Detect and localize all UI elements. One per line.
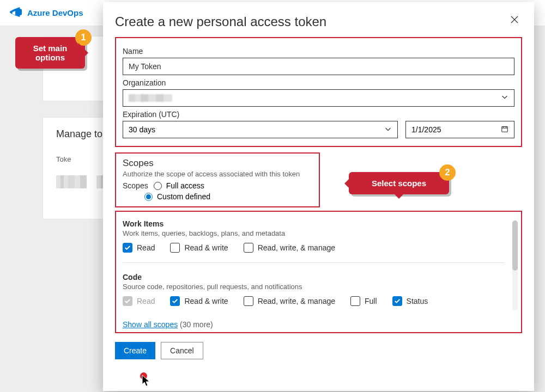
- scope-group-options: ReadRead & writeRead, write, & manage: [123, 243, 505, 253]
- radio-full-access[interactable]: [154, 182, 162, 190]
- blurred-content: [56, 175, 87, 188]
- expiration-duration-value: 30 days: [129, 125, 155, 134]
- checkbox[interactable]: [350, 296, 360, 306]
- scope-option-label: Read: [137, 297, 155, 305]
- main-options-section: Name Organization Expiration (UTC) 30 da…: [115, 37, 522, 147]
- expiration-date-value: 1/1/2025: [411, 125, 441, 134]
- scope-group-title: Work Items: [123, 219, 505, 228]
- annotation-number-1: 1: [75, 29, 92, 46]
- chevron-down-icon: [501, 93, 508, 103]
- show-all-scopes-link[interactable]: Show all scopes: [123, 320, 178, 329]
- scope-option-label: Read & write: [184, 243, 228, 252]
- annotation-callout-1: 1 Set main options: [15, 37, 85, 69]
- organization-label: Organization: [123, 78, 514, 87]
- scope-option-label: Read, write, & manage: [258, 243, 335, 252]
- checkbox[interactable]: [170, 243, 180, 253]
- scope-option[interactable]: Read: [123, 243, 155, 253]
- show-all-scopes-count: (30 more): [180, 320, 213, 329]
- scope-option[interactable]: Read & write: [170, 296, 228, 306]
- checkbox: [123, 296, 132, 306]
- checkbox[interactable]: [244, 296, 253, 306]
- scopes-header-section: Scopes Authorize the scope of access ass…: [115, 152, 320, 207]
- annotation-text-2: Select scopes: [356, 179, 441, 188]
- organization-value-blurred: [129, 94, 172, 102]
- scope-group-title: Code: [123, 273, 505, 281]
- annotation-callout-2: 2 Select scopes: [349, 172, 449, 194]
- expiration-date-input[interactable]: 1/1/2025: [405, 121, 514, 138]
- scopes-title: Scopes: [123, 158, 312, 169]
- organization-select[interactable]: [123, 89, 514, 107]
- close-button[interactable]: [507, 13, 522, 28]
- close-icon: [511, 16, 518, 26]
- scope-group-desc: Source code, repositories, pull requests…: [123, 283, 505, 291]
- scope-group: CodeSource code, repositories, pull requ…: [123, 273, 505, 306]
- scope-group-desc: Work items, queries, backlogs, plans, an…: [123, 229, 505, 237]
- show-all-scopes: Show all scopes (30 more): [123, 320, 514, 329]
- scope-option[interactable]: Read, write, & manage: [244, 296, 335, 306]
- app-name[interactable]: Azure DevOps: [27, 8, 83, 17]
- create-pat-modal: Create a new personal access token Name …: [103, 2, 534, 391]
- scopes-label: Scopes: [123, 181, 148, 190]
- modal-title: Create a new personal access token: [115, 14, 522, 29]
- checkbox[interactable]: [123, 243, 132, 253]
- cursor-icon: [142, 375, 152, 388]
- scope-option[interactable]: Read & write: [170, 243, 228, 253]
- checkbox[interactable]: [392, 296, 402, 306]
- modal-footer: Create Cancel: [103, 333, 534, 369]
- annotation-number-2: 2: [439, 164, 456, 181]
- radio-custom-defined-label[interactable]: Custom defined: [157, 192, 210, 201]
- checkbox[interactable]: [244, 243, 253, 253]
- scope-option-label: Read: [137, 243, 155, 252]
- scope-option-label: Read, write, & manage: [258, 297, 335, 305]
- scope-list-section: Work ItemsWork items, queries, backlogs,…: [115, 211, 522, 333]
- svg-rect-0: [502, 126, 508, 132]
- calendar-icon: [501, 125, 508, 134]
- azure-devops-logo-icon: [10, 7, 22, 19]
- scope-option-label: Read & write: [184, 297, 228, 305]
- scope-option[interactable]: Full: [350, 296, 377, 306]
- create-button[interactable]: Create: [115, 342, 155, 359]
- chevron-down-icon: [384, 125, 392, 134]
- expiration-label: Expiration (UTC): [123, 110, 514, 119]
- name-input[interactable]: [123, 58, 514, 75]
- scope-option-label: Full: [365, 297, 377, 305]
- scope-group: Work ItemsWork items, queries, backlogs,…: [123, 219, 505, 253]
- scope-option[interactable]: Read, write, & manage: [244, 243, 335, 253]
- divider: [123, 262, 505, 263]
- scope-list-scrollbar[interactable]: [512, 220, 518, 310]
- name-label: Name: [123, 47, 514, 56]
- scope-option: Read: [123, 296, 155, 306]
- checkbox[interactable]: [170, 296, 180, 306]
- scopes-subtitle: Authorize the scope of access associated…: [123, 170, 312, 178]
- expiration-duration-select[interactable]: 30 days: [123, 121, 398, 138]
- radio-custom-defined[interactable]: [144, 193, 153, 201]
- token-column-label: Toke: [56, 155, 71, 163]
- scope-group-options: ReadRead & writeRead, write, & manageFul…: [123, 296, 505, 306]
- radio-full-access-label[interactable]: Full access: [166, 181, 204, 190]
- annotation-text-1: Set main options: [23, 44, 77, 62]
- scrollbar-thumb[interactable]: [512, 220, 518, 271]
- scope-option-label: Status: [407, 297, 428, 305]
- cancel-button[interactable]: Cancel: [161, 342, 203, 359]
- scope-option[interactable]: Status: [392, 296, 428, 306]
